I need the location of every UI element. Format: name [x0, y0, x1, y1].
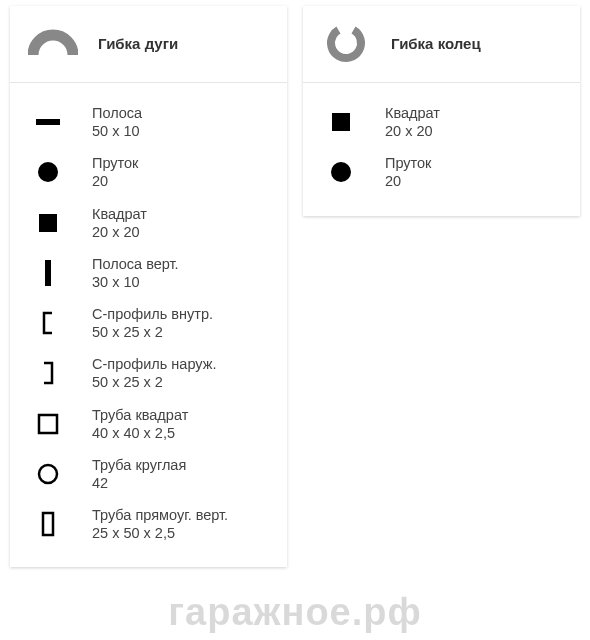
svg-rect-4 — [39, 415, 57, 433]
item-text: Пруток 20 — [385, 154, 431, 190]
list-item: Квадрат 20 x 20 — [28, 198, 269, 248]
list-item: Труба квадрат 40 x 40 x 2,5 — [28, 399, 269, 449]
svg-point-5 — [39, 465, 57, 483]
svg-rect-6 — [43, 513, 53, 535]
list-item: Квадрат 20 x 20 — [321, 97, 562, 147]
rod-icon — [321, 155, 361, 189]
item-label: Пруток — [385, 154, 431, 172]
item-label: Квадрат — [92, 205, 147, 223]
square-filled-icon — [321, 105, 361, 139]
panel-header-arc: Гибка дуги — [10, 6, 287, 83]
strip-vert-icon — [28, 256, 68, 290]
svg-point-7 — [326, 23, 367, 64]
item-text: Труба квадрат 40 x 40 x 2,5 — [92, 406, 188, 442]
list-item: C-профиль наруж. 50 x 25 x 2 — [28, 348, 269, 398]
item-label: Труба прямоуг. верт. — [92, 506, 228, 524]
item-list-ring: Квадрат 20 x 20 Пруток 20 — [303, 83, 580, 216]
round-tube-icon — [28, 457, 68, 491]
svg-rect-3 — [45, 260, 51, 286]
list-item: Пруток 20 — [321, 147, 562, 197]
c-profile-in-icon — [28, 306, 68, 340]
svg-point-1 — [38, 162, 58, 182]
panels-container: Гибка дуги Полоса 50 x 10 Пруток 20 — [0, 0, 590, 573]
ring-icon — [321, 22, 371, 64]
item-label: Труба круглая — [92, 456, 186, 474]
svg-point-9 — [331, 162, 351, 182]
item-list-arc: Полоса 50 x 10 Пруток 20 Квадрат — [10, 83, 287, 567]
list-item: Полоса 50 x 10 — [28, 97, 269, 147]
item-text: Квадрат 20 x 20 — [92, 205, 147, 241]
item-dims: 20 — [385, 172, 431, 190]
list-item: C-профиль внутр. 50 x 25 x 2 — [28, 298, 269, 348]
panel-ring: Гибка колец Квадрат 20 x 20 Пруток 20 — [303, 6, 580, 216]
item-dims: 20 x 20 — [385, 122, 440, 140]
svg-rect-2 — [39, 214, 57, 232]
item-dims: 40 x 40 x 2,5 — [92, 424, 188, 442]
panel-arc: Гибка дуги Полоса 50 x 10 Пруток 20 — [10, 6, 287, 567]
svg-rect-0 — [36, 119, 60, 125]
item-dims: 30 x 10 — [92, 273, 179, 291]
item-label: Полоса верт. — [92, 255, 179, 273]
watermark-text: гаражное.рф — [0, 591, 590, 634]
item-text: Труба прямоуг. верт. 25 x 50 x 2,5 — [92, 506, 228, 542]
item-dims: 25 x 50 x 2,5 — [92, 524, 228, 542]
item-text: Полоса 50 x 10 — [92, 104, 142, 140]
svg-rect-8 — [332, 113, 350, 131]
item-label: C-профиль наруж. — [92, 355, 216, 373]
item-text: C-профиль внутр. 50 x 25 x 2 — [92, 305, 213, 341]
c-profile-out-icon — [28, 356, 68, 390]
panel-title-arc: Гибка дуги — [98, 35, 178, 52]
panel-header-ring: Гибка колец — [303, 6, 580, 83]
list-item: Пруток 20 — [28, 147, 269, 197]
item-text: Труба круглая 42 — [92, 456, 186, 492]
item-dims: 20 x 20 — [92, 223, 147, 241]
rect-tube-vert-icon — [28, 507, 68, 541]
item-text: Пруток 20 — [92, 154, 138, 190]
panel-title-ring: Гибка колец — [391, 35, 481, 52]
item-text: Полоса верт. 30 x 10 — [92, 255, 179, 291]
item-dims: 50 x 25 x 2 — [92, 323, 213, 341]
item-label: Полоса — [92, 104, 142, 122]
item-dims: 42 — [92, 474, 186, 492]
item-dims: 20 — [92, 172, 138, 190]
arc-icon — [28, 22, 78, 64]
item-label: Пруток — [92, 154, 138, 172]
item-text: Квадрат 20 x 20 — [385, 104, 440, 140]
square-tube-icon — [28, 407, 68, 441]
rod-icon — [28, 155, 68, 189]
item-dims: 50 x 25 x 2 — [92, 373, 216, 391]
list-item: Полоса верт. 30 x 10 — [28, 248, 269, 298]
item-text: C-профиль наруж. 50 x 25 x 2 — [92, 355, 216, 391]
item-label: Труба квадрат — [92, 406, 188, 424]
list-item: Труба круглая 42 — [28, 449, 269, 499]
list-item: Труба прямоуг. верт. 25 x 50 x 2,5 — [28, 499, 269, 549]
item-label: Квадрат — [385, 104, 440, 122]
item-dims: 50 x 10 — [92, 122, 142, 140]
strip-icon — [28, 105, 68, 139]
square-filled-icon — [28, 206, 68, 240]
item-label: C-профиль внутр. — [92, 305, 213, 323]
